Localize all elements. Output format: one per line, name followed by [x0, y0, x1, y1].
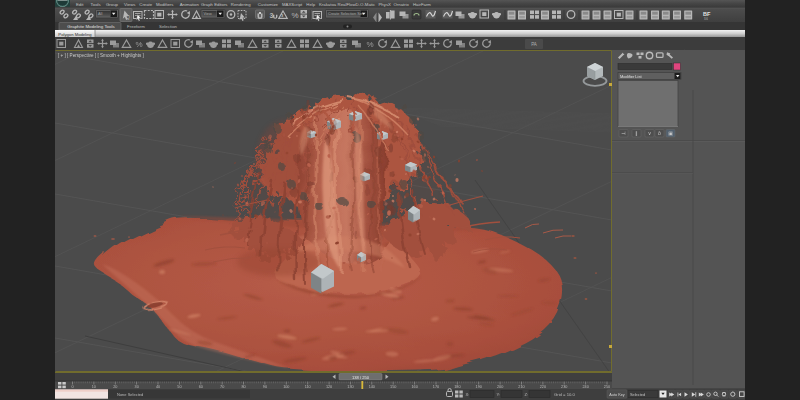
svg-text:Q: Q [126, 14, 130, 20]
svg-text:180: 180 [454, 385, 460, 389]
svg-text:Ornatrix: Ornatrix [394, 2, 410, 7]
svg-text:Create: Create [139, 2, 153, 7]
svg-text:210: 210 [518, 385, 524, 389]
svg-text:130: 130 [347, 385, 353, 389]
svg-text:Views: Views [124, 2, 135, 7]
svg-text:Edit: Edit [76, 2, 84, 7]
svg-text:100: 100 [283, 385, 289, 389]
svg-text:Create Selection Set: Create Selection Set [328, 12, 364, 16]
svg-text:40: 40 [156, 385, 160, 389]
svg-text:160: 160 [411, 385, 417, 389]
svg-text:190: 190 [476, 385, 482, 389]
svg-text:250: 250 [604, 385, 610, 389]
svg-text:230: 230 [561, 385, 567, 389]
svg-text:MAXScript: MAXScript [282, 2, 303, 7]
svg-text:Graphite Modeling Tools: Graphite Modeling Tools [67, 24, 115, 29]
svg-text:170: 170 [433, 385, 439, 389]
svg-text:Grid = 10.0: Grid = 10.0 [554, 392, 576, 397]
svg-text:Tools: Tools [91, 2, 101, 7]
svg-text:%: % [136, 40, 143, 49]
svg-text:X:: X: [466, 392, 470, 397]
svg-text:90: 90 [263, 385, 267, 389]
svg-text:Freeform: Freeform [127, 24, 145, 29]
svg-text:HairFarm: HairFarm [413, 2, 431, 7]
svg-text:200: 200 [497, 385, 503, 389]
svg-text:[ + ] [ Perspective ] [ Smooth: [ + ] [ Perspective ] [ Smooth + Highlig… [58, 53, 144, 58]
svg-text:70: 70 [220, 385, 224, 389]
svg-text:Customize: Customize [258, 2, 279, 7]
svg-text:Help: Help [306, 2, 315, 7]
svg-text:Selection: Selection [159, 24, 178, 29]
svg-text:▣: ▣ [668, 130, 673, 136]
svg-text:60: 60 [199, 385, 203, 389]
svg-text:150: 150 [390, 385, 396, 389]
svg-text:138 / 250: 138 / 250 [352, 375, 370, 380]
svg-text:⊣: ⊣ [621, 130, 625, 136]
svg-text:80: 80 [241, 385, 245, 389]
svg-text:All: All [98, 12, 102, 16]
svg-text:Selected: Selected [630, 392, 645, 397]
svg-text:120: 120 [326, 385, 332, 389]
svg-text:RealFlow: RealFlow [338, 2, 357, 7]
svg-text:View: View [204, 12, 212, 16]
svg-text:0: 0 [71, 385, 73, 389]
svg-text:10: 10 [92, 385, 96, 389]
svg-text:Graph Editors: Graph Editors [201, 2, 228, 7]
svg-text:3: 3 [270, 12, 274, 19]
svg-text:220: 220 [540, 385, 546, 389]
svg-text:PA: PA [531, 42, 537, 47]
svg-text:50: 50 [177, 385, 181, 389]
svg-text:Animation: Animation [180, 2, 200, 7]
svg-text:∨: ∨ [648, 130, 652, 136]
svg-text:Group: Group [106, 2, 119, 7]
svg-text:Rendering: Rendering [231, 2, 251, 7]
svg-text:∥: ∥ [635, 130, 638, 137]
svg-text:Polygon Modeling: Polygon Modeling [58, 32, 92, 37]
svg-text:240: 240 [582, 385, 588, 389]
svg-text:D-O-Matic: D-O-Matic [356, 2, 376, 7]
svg-text:30: 30 [135, 385, 139, 389]
svg-text:Modifiers: Modifiers [156, 2, 173, 7]
svg-text:20: 20 [113, 385, 117, 389]
svg-text:%: % [367, 40, 374, 49]
svg-text:110: 110 [305, 385, 311, 389]
svg-text:Auto Key: Auto Key [609, 393, 625, 397]
svg-text:ô: ô [658, 130, 661, 136]
svg-text:Krakatoa: Krakatoa [319, 2, 337, 7]
svg-text:Y:: Y: [497, 392, 501, 397]
svg-text:None Selected: None Selected [117, 392, 143, 397]
svg-text:140: 140 [369, 385, 375, 389]
svg-text:PhysX: PhysX [379, 2, 392, 7]
svg-text:Modifier List: Modifier List [620, 74, 642, 79]
svg-text:3.6: 3.6 [704, 17, 708, 21]
svg-text:Z:: Z: [525, 392, 529, 397]
svg-text:%: % [292, 11, 299, 20]
